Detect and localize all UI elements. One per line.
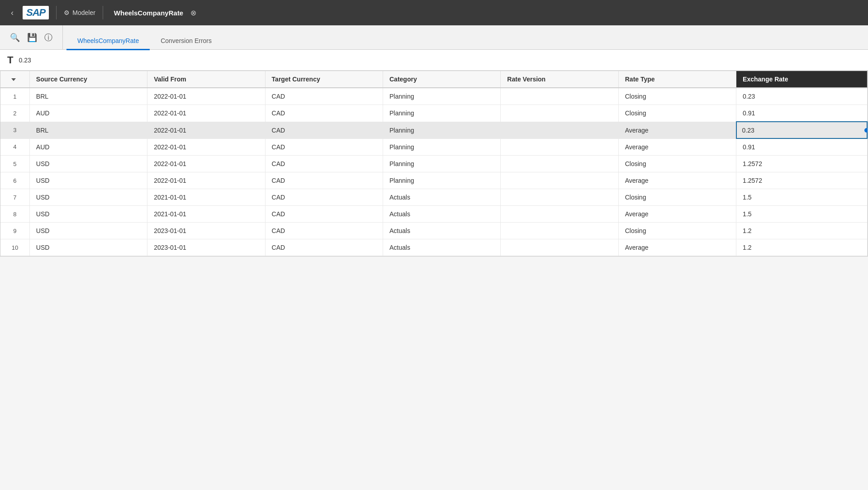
cell-type: Closing: [618, 88, 736, 105]
cell-row-num: 6: [0, 172, 29, 189]
close-tab-button[interactable]: ⊗: [190, 9, 196, 17]
cell-category: Planning: [383, 138, 500, 156]
cell-target: CAD: [265, 88, 383, 105]
table-row[interactable]: 1 BRL 2022-01-01 CAD Planning Closing 0.…: [0, 88, 867, 105]
cell-row-num: 5: [0, 156, 29, 172]
cell-exchange[interactable]: 1.5: [736, 206, 867, 223]
cell-exchange[interactable]: 1.2: [736, 223, 867, 239]
cell-target: CAD: [265, 105, 383, 122]
cell-target: CAD: [265, 206, 383, 223]
sap-logo: SAP: [23, 6, 49, 19]
cell-exchange[interactable]: 0.23: [736, 122, 867, 138]
cell-row-num: 9: [0, 223, 29, 239]
cell-type: Average: [618, 239, 736, 256]
cell-version: [501, 122, 618, 138]
cell-version: [501, 223, 618, 239]
cell-category: Actuals: [383, 206, 500, 223]
cell-target: CAD: [265, 239, 383, 256]
cell-row-num: 10: [0, 239, 29, 256]
cell-exchange[interactable]: 1.2572: [736, 172, 867, 189]
cell-source: BRL: [29, 88, 147, 105]
cell-type: Average: [618, 122, 736, 138]
cell-category: Actuals: [383, 189, 500, 206]
col-header-category[interactable]: Category: [383, 71, 500, 88]
col-header-type[interactable]: Rate Type: [618, 71, 736, 88]
top-bar: ‹ SAP ⚙ Modeler WheelsCompanyRate ⊗: [0, 0, 868, 25]
cell-exchange[interactable]: 0.91: [736, 105, 867, 122]
tab-conversion-errors[interactable]: Conversion Errors: [150, 33, 223, 50]
cell-target: CAD: [265, 138, 383, 156]
cell-target: CAD: [265, 223, 383, 239]
cell-row-num: 3: [0, 122, 29, 138]
cell-type: Closing: [618, 105, 736, 122]
table-row[interactable]: 10 USD 2023-01-01 CAD Actuals Average 1.…: [0, 239, 867, 256]
cell-source: USD: [29, 206, 147, 223]
cell-category: Actuals: [383, 239, 500, 256]
cell-type: Average: [618, 206, 736, 223]
col-header-source[interactable]: Source Currency: [29, 71, 147, 88]
cell-version: [501, 206, 618, 223]
cell-type: Closing: [618, 156, 736, 172]
col-header-exchange[interactable]: Exchange Rate: [736, 71, 867, 88]
table-row[interactable]: 9 USD 2023-01-01 CAD Actuals Closing 1.2: [0, 223, 867, 239]
modeler-section: ⚙ Modeler: [64, 9, 95, 16]
cell-valid: 2023-01-01: [147, 223, 265, 239]
tabs-group: WheelsCompanyRate Conversion Errors: [63, 25, 226, 49]
toolbar-icons: 🔍 💾 ⓘ: [0, 25, 63, 49]
toolbar-tabs-row: 🔍 💾 ⓘ WheelsCompanyRate Conversion Error…: [0, 25, 868, 50]
cell-category: Planning: [383, 105, 500, 122]
table-row[interactable]: 2 AUD 2022-01-01 CAD Planning Closing 0.…: [0, 105, 867, 122]
cell-exchange[interactable]: 0.23: [736, 88, 867, 105]
filter-icon: T: [7, 54, 13, 66]
cell-valid: 2021-01-01: [147, 189, 265, 206]
cell-version: [501, 172, 618, 189]
cell-type: Average: [618, 172, 736, 189]
cell-category: Actuals: [383, 223, 500, 239]
col-header-target[interactable]: Target Currency: [265, 71, 383, 88]
cell-version: [501, 239, 618, 256]
cell-exchange[interactable]: 1.2572: [736, 156, 867, 172]
cell-row-num: 2: [0, 105, 29, 122]
search-icon[interactable]: 🔍: [7, 31, 23, 44]
divider2: [103, 6, 103, 19]
back-button[interactable]: ‹: [7, 6, 17, 19]
cell-exchange[interactable]: 0.91: [736, 138, 867, 156]
table-row[interactable]: 8 USD 2021-01-01 CAD Actuals Average 1.5: [0, 206, 867, 223]
cell-valid: 2022-01-01: [147, 172, 265, 189]
cell-target: CAD: [265, 189, 383, 206]
cell-exchange[interactable]: 1.5: [736, 189, 867, 206]
table-row[interactable]: 5 USD 2022-01-01 CAD Planning Closing 1.…: [0, 156, 867, 172]
cell-target: CAD: [265, 156, 383, 172]
cell-valid: 2022-01-01: [147, 138, 265, 156]
col-header-version[interactable]: Rate Version: [501, 71, 618, 88]
col-header-valid[interactable]: Valid From: [147, 71, 265, 88]
table-row[interactable]: 3 BRL 2022-01-01 CAD Planning Average 0.…: [0, 122, 867, 138]
table-row[interactable]: 6 USD 2022-01-01 CAD Planning Average 1.…: [0, 172, 867, 189]
cell-category: Planning: [383, 88, 500, 105]
info-icon[interactable]: ⓘ: [42, 30, 55, 45]
cell-valid: 2023-01-01: [147, 239, 265, 256]
tab-title: WheelsCompanyRate: [114, 9, 183, 17]
cell-valid: 2022-01-01: [147, 122, 265, 138]
filter-row: T 0.23: [0, 50, 868, 71]
data-table-container: Source Currency Valid From Target Curren…: [0, 71, 868, 257]
table-header-row: Source Currency Valid From Target Curren…: [0, 71, 867, 88]
cell-valid: 2021-01-01: [147, 206, 265, 223]
cell-type: Average: [618, 138, 736, 156]
cell-target: CAD: [265, 172, 383, 189]
cell-target: CAD: [265, 122, 383, 138]
cell-version: [501, 138, 618, 156]
cell-source: USD: [29, 156, 147, 172]
tab-wheels-company-rate[interactable]: WheelsCompanyRate: [66, 33, 150, 50]
cell-exchange[interactable]: 1.2: [736, 239, 867, 256]
table-row[interactable]: 4 AUD 2022-01-01 CAD Planning Average 0.…: [0, 138, 867, 156]
col-header-row-num[interactable]: [0, 71, 29, 88]
cell-row-num: 1: [0, 88, 29, 105]
cell-source: USD: [29, 172, 147, 189]
cell-row-num: 4: [0, 138, 29, 156]
cell-source: AUD: [29, 105, 147, 122]
save-icon[interactable]: 💾: [24, 31, 40, 44]
cell-category: Planning: [383, 122, 500, 138]
cell-version: [501, 88, 618, 105]
table-row[interactable]: 7 USD 2021-01-01 CAD Actuals Closing 1.5: [0, 189, 867, 206]
